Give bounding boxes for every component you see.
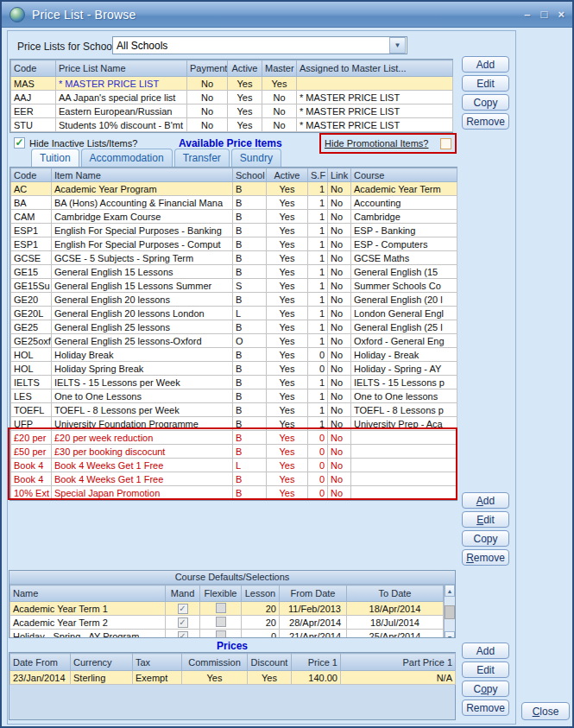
cell: 0 [308, 431, 328, 445]
column-header: Assigned to Master List... [297, 60, 453, 77]
table-row[interactable]: GE20LGeneral English 20 lessons LondonLY… [11, 307, 457, 320]
cell: B [233, 431, 267, 445]
item-edit-button[interactable]: Edit [462, 511, 509, 528]
cell: £20 per [11, 431, 52, 445]
table-row[interactable]: Academic Year Term 1✓2011/Feb/201318/Apr… [10, 602, 444, 616]
close-icon[interactable]: × [558, 9, 565, 20]
item-add-button[interactable]: Add [462, 492, 509, 509]
table-row[interactable]: ESP1English For Special Purposes - Banki… [11, 224, 457, 237]
cell: London General Engl [351, 307, 457, 320]
price-copy-button[interactable]: Copy [462, 681, 509, 697]
tab-tuition[interactable]: Tuition [31, 149, 79, 167]
course-defaults-scrollbar[interactable]: ▲ ▼ [444, 585, 455, 638]
price-list-remove-button[interactable]: Remove [462, 113, 509, 130]
table-row[interactable]: GE15SuGeneral English 15 Lessons SummerS… [11, 279, 457, 293]
cell: CAM [11, 210, 52, 224]
hide-inactive-label[interactable]: Hide Inactive Lists/Items? [29, 138, 137, 149]
cell: Holiday - Spring - AY Program [10, 630, 166, 639]
price-add-button[interactable]: Add [462, 643, 509, 659]
cell: Yes [267, 417, 308, 431]
unchecked-checkbox-icon [216, 603, 226, 613]
chevron-down-icon[interactable]: ▼ [389, 37, 406, 54]
tab-transfer[interactable]: Transfer [174, 149, 230, 167]
checkbox-cell [200, 616, 242, 630]
cell: MAS [11, 77, 56, 91]
table-row[interactable]: ACAcademic Year ProgramBYes1NoAcademic Y… [11, 182, 457, 196]
table-row[interactable]: HOLHoliday Spring BreakBYes0NoHoliday - … [11, 362, 457, 376]
table-row[interactable]: GE15General English 15 LessonsBYes1NoGen… [11, 265, 457, 279]
price-list-copy-button[interactable]: Copy [462, 94, 509, 111]
table-row[interactable]: AAJAA Japan's special price listNoYesNo*… [11, 91, 453, 104]
price-remove-button[interactable]: Remove [462, 700, 509, 716]
item-remove-button[interactable]: Remove [462, 549, 509, 566]
table-row[interactable]: IELTSIELTS - 15 Lessons per WeekBYes1NoI… [11, 376, 457, 389]
cell: 1 [308, 307, 328, 320]
table-row[interactable]: £50 per£30 per booking discocuntBYes0No [11, 445, 457, 459]
table-row[interactable]: GE25General English 25 lessonsBYes1NoGen… [11, 320, 457, 334]
cell: HOL [11, 362, 52, 376]
cell: Students 10% discount - B'mt [56, 118, 187, 132]
cell: 0 [308, 348, 328, 362]
table-row[interactable]: GE20General English 20 lessonsBYes1NoGen… [11, 293, 457, 307]
cell: Yes [267, 389, 308, 403]
cell: One to One lessons [351, 389, 457, 403]
price-list-edit-button[interactable]: Edit [462, 75, 509, 92]
minimize-icon[interactable]: – [524, 9, 530, 20]
table-row[interactable]: HOLHoliday BreakBYes0NoHoliday - Break [11, 348, 457, 362]
scrollbar-track[interactable] [445, 597, 455, 631]
table-row[interactable]: MAS* MASTER PRICE LISTNoYesYes [11, 77, 453, 91]
maximize-icon[interactable]: □ [541, 9, 548, 20]
price-list-add-button[interactable]: Add [462, 56, 509, 73]
price-edit-button[interactable]: Edit [462, 662, 509, 678]
table-row[interactable]: 10% ExtSpecial Japan PromotionBYes0No [11, 486, 457, 500]
table-row[interactable]: STUStudents 10% discount - B'mtNoYesNo* … [11, 118, 453, 132]
table-row[interactable]: BABA (Hons) Accounting & Financial ManaB… [11, 196, 457, 210]
table-row[interactable]: LESOne to One LessonsBYes1NoOne to One l… [11, 389, 457, 403]
cell: Book 4 [11, 459, 52, 472]
table-row[interactable]: Book 4Book 4 Weeks Get 1 FreeLYes0No [11, 459, 457, 472]
cell: BA (Hons) Accounting & Financial Mana [52, 196, 233, 210]
cell: No [187, 77, 228, 91]
close-button[interactable]: Close [521, 702, 570, 720]
tab-sundry[interactable]: Sundry [231, 149, 281, 167]
cell: 1 [308, 210, 328, 224]
table-row[interactable]: £20 per£20 per week reductionBYes0No [11, 431, 457, 445]
prices-table: Date FromCurrencyTaxCommissionDiscountPr… [9, 653, 456, 685]
table-row[interactable]: Academic Year Term 2✓2028/Apr/201418/Jul… [10, 616, 444, 630]
hide-promotional-checkbox[interactable] [440, 138, 451, 149]
table-row[interactable]: Holiday - Spring - AY Program✓021/Apr/20… [10, 630, 444, 639]
table-row[interactable]: Book 4Book 4 Weeks Get 1 FreeBYes0No [11, 472, 457, 486]
cell: Academic Year Term 2 [10, 616, 166, 630]
cell: STU [11, 118, 56, 132]
titlebar[interactable]: Price List - Browse – □ × [2, 2, 572, 28]
course-defaults-table: NameMandFlexibleLessonFrom DateTo Date A… [9, 585, 444, 638]
item-copy-button[interactable]: Copy [462, 530, 509, 547]
cell: B [233, 320, 267, 334]
cell: 28/Apr/2014 [280, 616, 347, 630]
table-row[interactable]: CAMCambridge Exam CourseBYes1NoCambridge [11, 210, 457, 224]
table-row[interactable]: 23/Jan/2014SterlingExemptYesYes140.00N/A [10, 671, 456, 685]
cell: £20 per week reduction [52, 431, 233, 445]
tab-accommodation[interactable]: Accommodation [81, 149, 173, 167]
cell: 20 [242, 602, 280, 616]
cell: ESP1 [11, 224, 52, 237]
table-row[interactable]: UFPUniversity Foundation ProgrammeBYes1N… [11, 417, 457, 431]
table-row[interactable]: GE25oxfGeneral English 25 lessons-Oxford… [11, 334, 457, 348]
hide-promotional-label[interactable]: Hide Promotional Items? [325, 138, 428, 149]
cell [351, 486, 457, 500]
hide-inactive-checkbox[interactable]: ✓ [14, 137, 25, 149]
school-select[interactable]: All Schools ▼ [112, 36, 407, 54]
cell: 0 [308, 445, 328, 459]
scrollbar-thumb[interactable] [445, 605, 455, 619]
scroll-down-icon[interactable]: ▼ [445, 631, 455, 638]
cell: 21/Apr/2014 [280, 630, 347, 639]
cell: No [328, 403, 351, 417]
table-row[interactable]: TOEFLTOEFL - 8 Lessons per WeekBYes1NoTO… [11, 403, 457, 417]
column-header: Part Price 1 [341, 654, 456, 671]
table-row[interactable]: GCSEGCSE - 5 Subjects - Spring TermBYes1… [11, 251, 457, 265]
cell: 1 [308, 279, 328, 293]
table-row[interactable]: ESP1English For Special Purposes - Compu… [11, 237, 457, 251]
cell: ESP1 [11, 237, 52, 251]
table-row[interactable]: EEREastern European/RussianNoYesNo* MAST… [11, 104, 453, 118]
scroll-up-icon[interactable]: ▲ [445, 585, 455, 597]
